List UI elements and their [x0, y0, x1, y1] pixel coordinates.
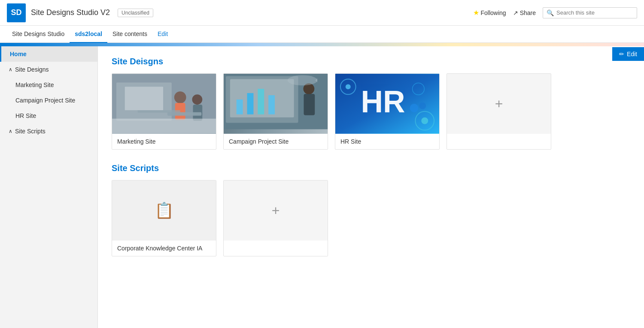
- svg-point-26: [346, 84, 351, 89]
- card-hr-label: HR Site: [335, 134, 439, 149]
- star-icon: ★: [473, 9, 479, 17]
- card-add-script-label: [224, 241, 328, 256]
- nav-label: Site contents: [112, 30, 147, 37]
- site-title-block: Site Designs Studio V2 Unclassified: [31, 8, 153, 17]
- following-label: Following: [481, 9, 506, 16]
- card-corporate-label: Corporate Knowledge Center IA: [112, 241, 216, 256]
- svg-rect-18: [304, 94, 315, 115]
- blue-banner: [0, 43, 644, 46]
- share-icon: ↗: [513, 9, 518, 16]
- svg-point-19: [288, 75, 317, 85]
- card-campaign-label: Campaign Project Site: [224, 134, 328, 149]
- sidebar: Home ∧ Site Designs Marketing Site Campa…: [0, 46, 98, 328]
- svg-point-5: [192, 94, 202, 105]
- card-campaign-project-site[interactable]: Campaign Project Site: [223, 73, 328, 150]
- hr-scene: HR: [335, 74, 439, 134]
- campaign-illustration: [224, 74, 328, 129]
- search-input[interactable]: [556, 9, 633, 16]
- nav-label: Site Designs Studio: [12, 30, 64, 37]
- svg-rect-13: [237, 99, 243, 114]
- marketing-illustration: [112, 74, 216, 134]
- top-bar-left: SD Site Designs Studio V2 Unclassified: [7, 3, 153, 22]
- site-scripts-section-title: Site Scripts: [112, 163, 630, 173]
- card-marketing-site[interactable]: Marketing Site: [112, 73, 216, 150]
- card-add-script[interactable]: +: [223, 180, 328, 256]
- sidebar-group-site-scripts[interactable]: ∧ Site Scripts: [0, 123, 97, 139]
- sidebar-site-designs-label: Site Designs: [15, 66, 49, 73]
- sidebar-item-home[interactable]: Home: [0, 46, 97, 62]
- chevron-down-icon: ∧: [9, 128, 12, 134]
- card-add-design-image: +: [447, 74, 551, 134]
- add-script-icon: +: [272, 203, 280, 219]
- svg-point-3: [174, 91, 186, 103]
- svg-rect-7: [112, 119, 216, 134]
- card-marketing-label: Marketing Site: [112, 134, 216, 149]
- search-box: 🔍: [543, 7, 637, 18]
- site-scripts-cards-grid: 📋 Corporate Knowledge Center IA +: [112, 180, 630, 256]
- sidebar-group-site-designs[interactable]: ∧ Site Designs: [0, 62, 97, 77]
- content-area: Site Deisgns: [98, 46, 644, 328]
- edit-page-button[interactable]: ✏ Edit: [612, 47, 644, 61]
- nav-item-sds2local[interactable]: sds2local: [70, 26, 107, 43]
- search-icon: 🔍: [547, 9, 554, 16]
- pencil-icon: ✏: [619, 51, 624, 57]
- card-add-design-label: [447, 134, 551, 149]
- card-add-script-image: +: [224, 181, 328, 241]
- following-button[interactable]: ★ Following: [473, 9, 506, 17]
- edit-button-label: Edit: [627, 51, 637, 57]
- svg-point-27: [421, 117, 428, 124]
- top-bar: SD Site Designs Studio V2 Unclassified ★…: [0, 0, 644, 26]
- card-corporate-knowledge-center[interactable]: 📋 Corporate Knowledge Center IA: [112, 180, 216, 256]
- nav-item-site-designs-studio[interactable]: Site Designs Studio: [7, 26, 70, 43]
- sidebar-item-marketing-site[interactable]: Marketing Site: [0, 77, 97, 93]
- sidebar-campaign-label: Campaign Project Site: [15, 97, 75, 104]
- main-layout: Home ∧ Site Designs Marketing Site Campa…: [0, 46, 644, 328]
- svg-rect-2: [125, 87, 163, 110]
- sidebar-item-campaign-project-site[interactable]: Campaign Project Site: [0, 93, 97, 108]
- card-hr-site[interactable]: HR HR Sit: [335, 73, 440, 150]
- marketing-scene: [112, 74, 216, 134]
- nav-label: Edit: [158, 30, 168, 37]
- svg-rect-15: [258, 89, 264, 114]
- card-add-design[interactable]: +: [447, 73, 551, 150]
- site-title: Site Designs Studio V2: [31, 8, 110, 17]
- site-designs-section-title: Site Deisgns: [112, 57, 630, 66]
- card-marketing-image: [112, 74, 216, 134]
- chevron-down-icon: ∧: [9, 66, 12, 72]
- nav-item-edit[interactable]: Edit: [152, 26, 173, 43]
- share-label: Share: [520, 9, 536, 16]
- sidebar-hr-label: HR Site: [15, 112, 36, 119]
- card-corporate-image: 📋: [112, 181, 216, 241]
- hr-illustration: HR: [335, 74, 439, 134]
- campaign-scene: [224, 74, 328, 134]
- sidebar-marketing-label: Marketing Site: [15, 81, 54, 88]
- svg-rect-9: [138, 110, 180, 113]
- svg-rect-14: [247, 93, 254, 114]
- nav-label: sds2local: [75, 30, 102, 37]
- svg-point-29: [419, 102, 426, 109]
- sidebar-item-hr-site[interactable]: HR Site: [0, 108, 97, 123]
- svg-point-28: [410, 104, 419, 112]
- svg-rect-8: [167, 112, 201, 116]
- card-campaign-image: [224, 74, 328, 134]
- add-design-icon: +: [495, 96, 503, 112]
- sidebar-home-label: Home: [10, 51, 27, 57]
- svg-text:HR: HR: [361, 84, 405, 119]
- nav-bar: Site Designs Studio sds2local Site conte…: [0, 26, 644, 43]
- top-bar-right: ★ Following ↗ Share 🔍: [473, 7, 638, 18]
- unclassified-badge: Unclassified: [118, 9, 153, 17]
- nav-item-site-contents[interactable]: Site contents: [107, 26, 152, 43]
- card-hr-image: HR: [335, 74, 439, 134]
- svg-rect-16: [268, 95, 275, 114]
- sidebar-site-scripts-label: Site Scripts: [15, 128, 46, 135]
- script-document-icon: 📋: [155, 202, 174, 220]
- share-button[interactable]: ↗ Share: [513, 9, 536, 16]
- site-logo: SD: [7, 3, 26, 22]
- site-designs-cards-grid: Marketing Site: [112, 73, 630, 150]
